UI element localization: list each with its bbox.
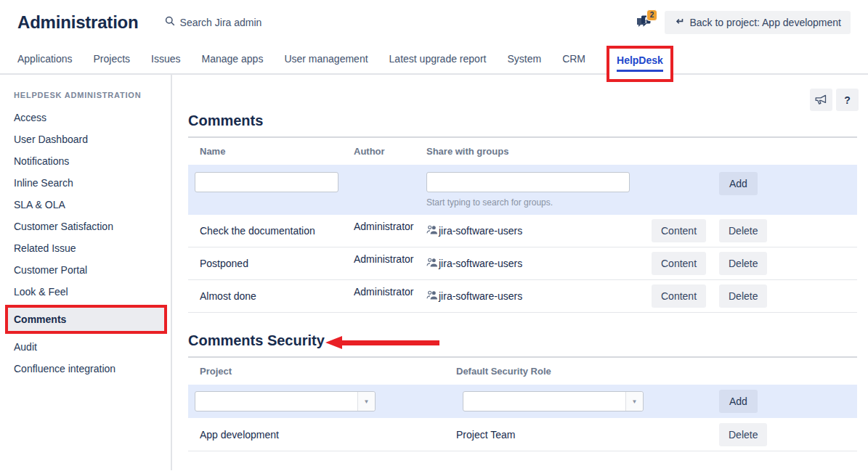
comment-group: jira-software-users: [426, 257, 652, 270]
group-name: jira-software-users: [439, 225, 522, 237]
helpdesk-sidebar: HELPDESK ADMINISTRATION Access User Dash…: [0, 75, 172, 470]
comment-author: Administrator: [354, 247, 426, 265]
group-icon: [426, 290, 438, 303]
project-select[interactable]: ▼: [195, 391, 376, 411]
sidebar-item-look-feel[interactable]: Look & Feel: [0, 281, 171, 303]
sidebar-item-confluence-integration[interactable]: Confluence integration: [0, 358, 171, 380]
group-name: jira-software-users: [439, 290, 522, 302]
delete-security-button[interactable]: Delete: [719, 423, 767, 446]
column-header-project: Project: [188, 366, 456, 377]
add-comment-button[interactable]: Add: [719, 172, 758, 195]
group-search-hint: Start typing to search for groups.: [426, 197, 652, 208]
share-groups-input[interactable]: [426, 172, 630, 192]
content-button[interactable]: Content: [652, 252, 706, 275]
security-row: App development Project Team Delete: [188, 418, 857, 451]
content-button[interactable]: Content: [652, 219, 706, 242]
notification-count-badge: 2: [646, 9, 658, 21]
tab-manage-apps[interactable]: Manage apps: [202, 53, 264, 65]
tab-crm[interactable]: CRM: [562, 53, 585, 65]
content-button[interactable]: Content: [652, 284, 706, 308]
comments-security-title: Comments Security: [188, 332, 857, 349]
main-layout: HELPDESK ADMINISTRATION Access User Dash…: [0, 75, 868, 470]
tab-projects[interactable]: Projects: [94, 53, 131, 65]
content-toolbar: ?: [810, 89, 859, 111]
comment-author: Administrator: [354, 280, 426, 298]
security-role: Project Team: [456, 429, 719, 441]
tab-applications[interactable]: Applications: [17, 53, 73, 65]
comment-group: jira-software-users: [426, 224, 652, 237]
delete-comment-button[interactable]: Delete: [719, 284, 767, 308]
sidebar-item-inline-search[interactable]: Inline Search: [0, 172, 171, 194]
tab-system[interactable]: System: [507, 53, 541, 65]
comments-section: Comments Name Author Share with groups S…: [188, 112, 857, 313]
admin-search-input[interactable]: Search Jira admin: [165, 16, 262, 28]
column-header-role: Default Security Role: [456, 366, 719, 377]
content-area: ? Comments Name Author Share with groups…: [172, 75, 868, 470]
comment-name: Postponed: [188, 258, 354, 269]
back-to-project-button[interactable]: Back to project: App development: [665, 11, 851, 34]
chevron-down-icon: ▼: [625, 392, 643, 411]
sidebar-item-customer-portal[interactable]: Customer Portal: [0, 259, 171, 281]
sidebar-item-user-dashboard[interactable]: User Dashboard: [0, 128, 171, 150]
add-security-button[interactable]: Add: [719, 390, 758, 413]
back-button-label: Back to project: App development: [689, 17, 841, 28]
comments-security-section: Comments Security Project Default Securi…: [188, 332, 857, 451]
arrow-head: [325, 336, 342, 349]
back-arrow-icon: [674, 17, 684, 28]
admin-nav-tabs: Applications Projects Issues Manage apps…: [0, 44, 868, 75]
comment-author: Administrator: [354, 215, 426, 232]
comment-name: Almost done: [188, 290, 354, 302]
chevron-down-icon: ▼: [357, 392, 375, 411]
security-project: App development: [188, 429, 456, 441]
announcement-button[interactable]: [810, 89, 832, 111]
tab-issues[interactable]: Issues: [151, 53, 180, 65]
search-icon: [165, 16, 175, 28]
comments-section-title: Comments: [188, 112, 857, 129]
tab-helpdesk[interactable]: HelpDesk: [617, 54, 663, 72]
comments-add-row: Start typing to search for groups. Add: [188, 165, 857, 215]
comment-row: Almost done Administrator jira-software-…: [188, 280, 857, 313]
red-arrow-annotation: [325, 336, 439, 349]
sidebar-item-comments[interactable]: Comments: [5, 305, 167, 334]
helpdesk-tab-annotation-box: HelpDesk: [607, 46, 673, 82]
group-icon: [426, 257, 438, 270]
comment-row: Postponed Administrator jira-software-us…: [188, 247, 857, 280]
comment-group: jira-software-users: [426, 290, 652, 303]
delete-comment-button[interactable]: Delete: [719, 219, 767, 242]
security-table-header: Project Default Security Role: [188, 358, 857, 385]
notifications-icon[interactable]: 2: [635, 14, 654, 31]
tab-user-management[interactable]: User management: [284, 53, 368, 65]
column-header-share: Share with groups: [426, 146, 652, 157]
admin-header: Administration Search Jira admin 2 Back …: [0, 0, 868, 44]
sidebar-item-audit[interactable]: Audit: [0, 336, 171, 358]
delete-comment-button[interactable]: Delete: [719, 252, 767, 275]
column-header-author: Author: [354, 146, 426, 157]
sidebar-item-related-issue[interactable]: Related Issue: [0, 237, 171, 259]
group-name: jira-software-users: [439, 258, 522, 269]
comments-table-header: Name Author Share with groups: [188, 138, 857, 165]
comment-row: Check the documentation Administrator ji…: [188, 215, 857, 247]
column-header-name: Name: [188, 146, 354, 157]
megaphone-icon: [814, 93, 828, 107]
page-title: Administration: [17, 12, 139, 33]
search-placeholder: Search Jira admin: [180, 17, 262, 28]
group-icon: [426, 224, 438, 237]
security-role-select[interactable]: ▼: [463, 391, 644, 411]
header-right: 2 Back to project: App development: [635, 11, 851, 34]
comment-name-input[interactable]: [195, 172, 338, 192]
sidebar-item-customer-satisfaction[interactable]: Customer Satisfaction: [0, 216, 171, 237]
sidebar-item-sla-ola[interactable]: SLA & OLA: [0, 194, 171, 216]
comment-name: Check the documentation: [188, 225, 354, 237]
security-add-row: ▼ ▼ Add: [188, 385, 857, 418]
sidebar-item-notifications[interactable]: Notifications: [0, 150, 171, 172]
sidebar-section-title: HELPDESK ADMINISTRATION: [0, 91, 171, 99]
tab-latest-upgrade-report[interactable]: Latest upgrade report: [389, 53, 487, 65]
help-button[interactable]: ?: [836, 89, 859, 111]
sidebar-item-access[interactable]: Access: [0, 107, 171, 128]
arrow-shaft: [342, 340, 439, 345]
